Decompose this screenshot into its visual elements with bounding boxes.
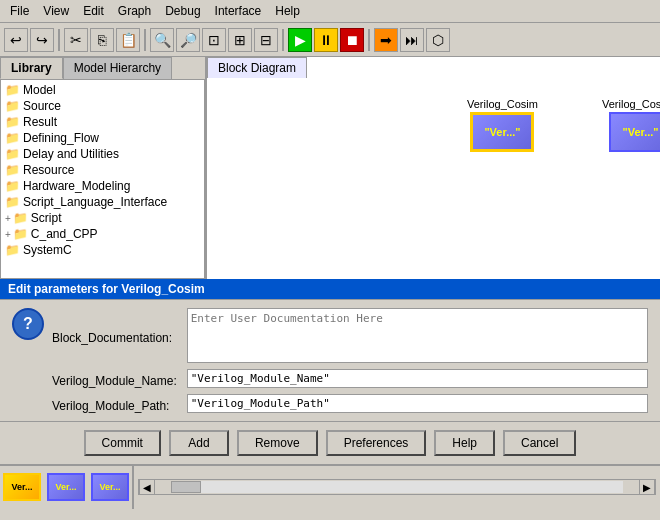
menu-help[interactable]: Help <box>269 2 306 20</box>
folder-icon: 📁 <box>5 243 20 257</box>
scroll-thumb[interactable] <box>171 481 201 493</box>
stop-button[interactable]: ⏹ <box>340 28 364 52</box>
mini-block-1[interactable]: Ver... <box>3 473 41 501</box>
mini-block-3[interactable]: Ver... <box>91 473 129 501</box>
step-forward-button[interactable]: ⏭ <box>400 28 424 52</box>
params-body: ? Block_Documentation: Verilog_Module_Na… <box>0 299 660 421</box>
help-button[interactable]: Help <box>434 430 495 456</box>
menu-edit[interactable]: Edit <box>77 2 110 20</box>
menubar: File View Edit Graph Debug Interface Hel… <box>0 0 660 23</box>
toolbar-separator-2 <box>144 29 146 51</box>
folder-icon: 📁 <box>5 179 20 193</box>
tree-item-hardware-modeling[interactable]: 📁Hardware_Modeling <box>3 178 202 194</box>
redo-button[interactable]: ↪ <box>30 28 54 52</box>
tree-item-result[interactable]: 📁Result <box>3 114 202 130</box>
zoom-reset-button[interactable]: ⊞ <box>228 28 252 52</box>
copy-button[interactable]: ⎘ <box>90 28 114 52</box>
block-diagram-tab[interactable]: Block Diagram <box>207 57 307 78</box>
mini-block-2[interactable]: Ver... <box>47 473 85 501</box>
params-row: ? Block_Documentation: Verilog_Module_Na… <box>12 308 648 413</box>
params-fields: Block_Documentation: Verilog_Module_Name… <box>52 308 648 413</box>
tree-item-delay-utilities[interactable]: 📁Delay and Utilities <box>3 146 202 162</box>
toolbar-separator-4 <box>368 29 370 51</box>
zoom-out-button[interactable]: 🔎 <box>176 28 200 52</box>
menu-interface[interactable]: Interface <box>209 2 268 20</box>
horizontal-scrollbar: ◀ ▶ <box>138 479 656 495</box>
preferences-button[interactable]: Preferences <box>326 430 427 456</box>
pause-button[interactable]: ⏸ <box>314 28 338 52</box>
cancel-button[interactable]: Cancel <box>503 430 576 456</box>
strip-separator <box>132 465 134 509</box>
toolbar: ↩ ↪ ✂ ⎘ 📋 🔍 🔎 ⊡ ⊞ ⊟ ▶ ⏸ ⏹ ➡ ⏭ ⬡ <box>0 23 660 57</box>
scroll-left-button[interactable]: ◀ <box>139 479 155 495</box>
commit-button[interactable]: Commit <box>84 430 161 456</box>
zoom-custom-button[interactable]: ⊟ <box>254 28 278 52</box>
block-verilog-cosim-2[interactable]: Verilog_Cosim2 "Ver..." <box>602 98 660 152</box>
tab-library[interactable]: Library <box>0 57 63 79</box>
module-name-input[interactable] <box>187 369 648 388</box>
fit-button[interactable]: ⊡ <box>202 28 226 52</box>
menu-view[interactable]: View <box>37 2 75 20</box>
doc-label: Block_Documentation: <box>52 327 177 345</box>
toolbar-separator-1 <box>58 29 60 51</box>
folder-icon: 📁 <box>5 83 20 97</box>
diagram-area: Verilog_Cosim "Ver..." Verilog_Cosim2 "V… <box>207 78 660 279</box>
add-button[interactable]: Add <box>169 430 229 456</box>
folder-icon: 📁 <box>13 227 28 241</box>
block-button-1[interactable]: "Ver..." <box>470 112 534 152</box>
bottom-strip: Ver... Ver... Ver... ◀ ▶ <box>0 464 660 508</box>
cut-button[interactable]: ✂ <box>64 28 88 52</box>
block-label-2: Verilog_Cosim2 <box>602 98 660 110</box>
right-panel: Block Diagram Verilog_Cosim "Ver..." Ver… <box>207 57 660 279</box>
tree-item-defining-flow[interactable]: 📁Defining_Flow <box>3 130 202 146</box>
settings-button[interactable]: ⬡ <box>426 28 450 52</box>
menu-debug[interactable]: Debug <box>159 2 206 20</box>
tree-item-resource[interactable]: 📁Resource <box>3 162 202 178</box>
paste-button[interactable]: 📋 <box>116 28 140 52</box>
scroll-track <box>171 481 623 493</box>
scroll-right-button[interactable]: ▶ <box>639 479 655 495</box>
folder-icon: 📁 <box>5 195 20 209</box>
library-tabs: Library Model Hierarchy <box>0 57 205 79</box>
undo-button[interactable]: ↩ <box>4 28 28 52</box>
main-area: Library Model Hierarchy 📁Model 📁Source 📁… <box>0 57 660 279</box>
remove-button[interactable]: Remove <box>237 430 318 456</box>
block-button-2[interactable]: "Ver..." <box>609 112 660 152</box>
left-panel: Library Model Hierarchy 📁Model 📁Source 📁… <box>0 57 207 279</box>
menu-graph[interactable]: Graph <box>112 2 157 20</box>
help-icon-button[interactable]: ? <box>12 308 44 340</box>
edit-params-header: Edit parameters for Verilog_Cosim <box>0 279 660 299</box>
block-label-1: Verilog_Cosim <box>467 98 538 110</box>
tree-item-script-language[interactable]: 📁Script_Language_Interface <box>3 194 202 210</box>
tree-item-model[interactable]: 📁Model <box>3 82 202 98</box>
zoom-in-button[interactable]: 🔍 <box>150 28 174 52</box>
block-verilog-cosim-1[interactable]: Verilog_Cosim "Ver..." <box>467 98 538 152</box>
step-button[interactable]: ➡ <box>374 28 398 52</box>
menu-file[interactable]: File <box>4 2 35 20</box>
folder-icon: 📁 <box>13 211 28 225</box>
tree-item-c-cpp[interactable]: 📁C_and_CPP <box>3 226 202 242</box>
tree-item-systemc[interactable]: 📁SystemC <box>3 242 202 258</box>
run-button[interactable]: ▶ <box>288 28 312 52</box>
toolbar-separator-3 <box>282 29 284 51</box>
module-path-label: Verilog_Module_Path: <box>52 395 177 413</box>
folder-icon: 📁 <box>5 99 20 113</box>
folder-icon: 📁 <box>5 147 20 161</box>
buttons-row: Commit Add Remove Preferences Help Cance… <box>0 421 660 464</box>
module-path-input[interactable] <box>187 394 648 413</box>
doc-textarea[interactable] <box>187 308 648 363</box>
module-name-label: Verilog_Module_Name: <box>52 370 177 388</box>
library-tree: 📁Model 📁Source 📁Result 📁Defining_Flow 📁D… <box>0 79 205 279</box>
tree-item-source[interactable]: 📁Source <box>3 98 202 114</box>
folder-icon: 📁 <box>5 163 20 177</box>
tree-item-script[interactable]: 📁Script <box>3 210 202 226</box>
folder-icon: 📁 <box>5 115 20 129</box>
tab-model-hierarchy[interactable]: Model Hierarchy <box>63 57 172 79</box>
folder-icon: 📁 <box>5 131 20 145</box>
